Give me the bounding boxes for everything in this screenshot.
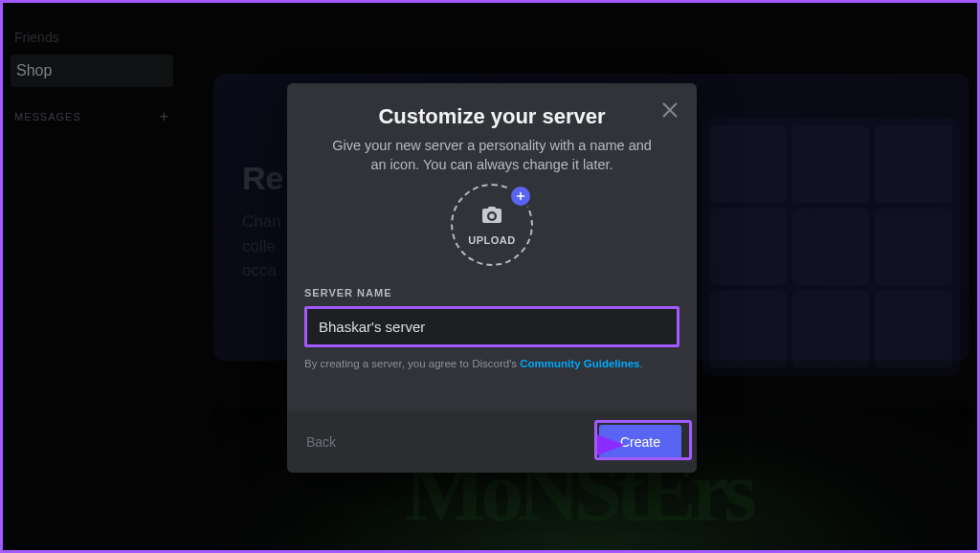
modal-subtitle: Give your new server a personality with … [304,137,679,174]
camera-icon [480,204,503,231]
dm-sidebar: Friends Shop MESSAGES + [11,22,173,125]
add-dm-icon[interactable]: + [160,108,169,125]
server-name-highlight [304,306,679,347]
sidebar-item-friends[interactable]: Friends [11,22,173,53]
plus-badge-icon [508,184,533,209]
back-button[interactable]: Back [302,429,340,455]
guidelines-disclaimer: By creating a server, you agree to Disco… [304,357,679,371]
disclaimer-prefix: By creating a server, you agree to Disco… [304,358,520,369]
upload-label: UPLOAD [468,234,515,246]
create-button[interactable]: Create [599,425,681,459]
community-guidelines-link[interactable]: Community Guidelines [520,358,639,369]
upload-icon-button[interactable]: UPLOAD [451,184,533,266]
promo-grid [702,118,960,376]
sidebar-messages-label: MESSAGES [14,111,81,122]
modal-title: Customize your server [304,104,679,129]
sidebar-messages-header: MESSAGES + [11,108,173,125]
sidebar-item-shop[interactable]: Shop [11,55,173,87]
server-name-input[interactable] [307,309,677,344]
customize-server-modal: Customize your server Give your new serv… [287,83,697,473]
modal-footer: Back Create [287,411,697,473]
promo-sub-fragment: Chancolleocca [242,210,281,283]
promo-title-fragment: Re [242,160,283,197]
app-frame: Friends Shop MESSAGES + Re Chancolleocca… [0,0,980,553]
disclaimer-suffix: . [640,358,643,369]
server-name-label: SERVER NAME [304,287,679,299]
close-icon[interactable] [657,97,683,123]
